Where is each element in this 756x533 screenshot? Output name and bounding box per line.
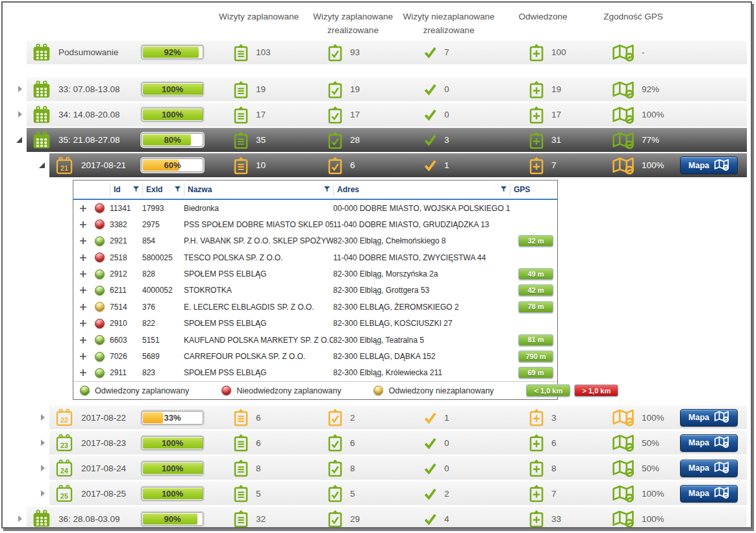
expander-zone[interactable]	[4, 128, 27, 152]
clipboard-plus-icon	[529, 510, 544, 528]
filter-icon[interactable]	[501, 185, 507, 194]
gps-distance-badge: 32 m	[518, 235, 553, 247]
expand-plus-icon[interactable]	[73, 205, 93, 212]
filter-icon[interactable]	[324, 185, 330, 194]
detail-exid: 5800025	[142, 253, 184, 262]
detail-row[interactable]: 2921 854 P.H. VABANK SP. Z O.O. SKLEP SP…	[73, 233, 557, 249]
grid-row[interactable]: 35: 21.08-27.08 80% 35	[4, 128, 747, 152]
grid-row[interactable]: 34: 14.08-20.08 100% 17	[4, 103, 747, 127]
expand-plus-icon[interactable]	[73, 286, 93, 294]
expand-plus-icon[interactable]	[73, 237, 93, 245]
expand-collapsed-icon[interactable]	[41, 440, 45, 446]
detail-row[interactable]: 7514 376 E. LECLERC ELBLAGDIS SP. Z O.O.…	[73, 299, 557, 315]
mapa-button[interactable]: Mapa	[680, 434, 738, 452]
mapa-button[interactable]: Mapa	[680, 156, 738, 174]
report-window: Wizyty zaplanowane Wizyty zaplanowane zr…	[1, 1, 752, 528]
expand-collapsed-icon[interactable]	[18, 515, 22, 522]
filter-icon[interactable]	[133, 185, 139, 194]
grid-row[interactable]: 21 2017-08-21 60%	[4, 153, 747, 177]
mapa-button[interactable]: Mapa	[680, 409, 738, 427]
expander-zone[interactable]	[4, 506, 27, 528]
detail-row[interactable]: 6211 4000052 STOKROTKA 82-300 Elbląg, Gr…	[73, 282, 557, 299]
collapse-expanded-icon[interactable]	[16, 137, 22, 143]
detail-col-id[interactable]: Id	[110, 183, 142, 196]
expand-plus-icon[interactable]	[73, 353, 93, 360]
detail-col-exid[interactable]: ExId	[142, 183, 184, 196]
grid-row[interactable]: 23 2017-08-23 100%	[4, 430, 747, 454]
detail-row[interactable]: 2910 822 SPOŁEM PSS ELBLĄG 82-300 ELBLĄG…	[73, 316, 557, 332]
status-circle-icon	[95, 319, 105, 328]
expand-collapsed-icon[interactable]	[41, 414, 45, 421]
detail-row[interactable]: 6603 5151 KAUFLAND POLSKA MARKETY SP. Z …	[73, 332, 557, 348]
detail-row[interactable]: 2911 823 SPOŁEM PSS ELBLĄG 82-300 Elbląg…	[73, 365, 557, 381]
grid-row[interactable]: Podsumowanie 92% 103	[4, 40, 747, 64]
expander-zone[interactable]	[4, 481, 49, 505]
expander-zone[interactable]	[4, 430, 49, 454]
expand-plus-icon[interactable]	[73, 336, 93, 344]
map-gps-icon	[612, 510, 635, 528]
expander-zone[interactable]	[4, 103, 27, 127]
progress-bar: 100%	[142, 462, 203, 475]
status-circle-icon	[95, 236, 105, 246]
expand-plus-icon[interactable]	[73, 254, 93, 262]
gps-distance-badge: 78 m	[518, 301, 553, 313]
detail-row[interactable]: 11341 17993 Biedronka 00-000 DOBRE MIAST…	[73, 200, 557, 216]
expand-plus-icon[interactable]	[73, 369, 93, 377]
gps-distance-badge: 49 m	[518, 268, 553, 280]
mapa-button[interactable]: Mapa	[680, 460, 738, 477]
clipboard-check-icon	[327, 81, 343, 99]
expander-zone[interactable]	[4, 77, 27, 101]
expand-collapsed-icon[interactable]	[18, 111, 22, 118]
grid-row[interactable]: 25 2017-08-25 100%	[4, 481, 747, 505]
realized-count: 29	[350, 514, 360, 524]
expand-collapsed-icon[interactable]	[18, 86, 22, 92]
unplanned-count: 3	[444, 135, 449, 145]
collapse-expanded-icon[interactable]	[39, 162, 45, 168]
unplanned-count: 1	[444, 160, 449, 170]
grid-row[interactable]: 33: 07.08-13.08 100% 19	[4, 77, 747, 101]
mapa-button[interactable]: Mapa	[680, 485, 738, 502]
rows: Podsumowanie 92% 103	[3, 40, 751, 528]
clipboard-lines-icon	[233, 484, 249, 502]
detail-col-gps[interactable]: GPS	[510, 183, 557, 196]
expand-plus-icon[interactable]	[73, 319, 93, 327]
detail-name: PSS SPOŁEM DOBRE MIASTO SKLEP 05	[184, 220, 333, 229]
expander-zone[interactable]	[4, 153, 49, 177]
expand-plus-icon[interactable]	[73, 270, 93, 278]
expand-collapsed-icon[interactable]	[41, 465, 45, 471]
expand-plus-icon[interactable]	[73, 303, 93, 311]
detail-id: 6211	[110, 286, 142, 295]
status-circle-icon	[95, 368, 105, 378]
clipboard-check-icon	[327, 131, 343, 149]
expander-zone[interactable]	[4, 40, 27, 64]
visited-count: 3	[551, 413, 557, 423]
detail-col-name[interactable]: Nazwa	[184, 183, 333, 196]
detail-name: SPOŁEM PSS ELBLĄG	[184, 269, 333, 279]
detail-row[interactable]: 3382 2975 PSS SPOŁEM DOBRE MIASTO SKLEP …	[73, 216, 557, 232]
grid-row[interactable]: 22 2017-08-22 33%	[4, 405, 747, 429]
planned-count: 10	[256, 160, 266, 170]
detail-row[interactable]: 2912 828 SPOŁEM PSS ELBLĄG 82-300 Elbląg…	[73, 266, 557, 282]
expand-collapsed-icon[interactable]	[41, 490, 45, 497]
map-icon	[714, 410, 729, 425]
expand-plus-icon[interactable]	[73, 221, 93, 229]
detail-row[interactable]: 2518 5800025 TESCO POLSKA SP. Z O.O. 11-…	[73, 249, 557, 266]
expander-zone[interactable]	[4, 456, 49, 480]
status-circle-icon	[95, 302, 105, 312]
clipboard-plus-icon	[529, 131, 544, 149]
grid-row[interactable]: 36: 28.08-03.09 90% 32	[4, 506, 747, 528]
detail-col-address[interactable]: Adres	[333, 183, 510, 196]
svg-text:24: 24	[60, 467, 68, 475]
grid-row[interactable]: 24 2017-08-24 100%	[4, 456, 747, 480]
detail-row[interactable]: 7026 5689 CARREFOUR POLSKA SP. Z O.O. 82…	[73, 348, 557, 364]
detail-name: Biedronka	[184, 204, 333, 213]
planned-count: 35	[256, 135, 266, 145]
visited-count: 31	[551, 135, 561, 145]
expander-zone[interactable]	[4, 405, 49, 429]
visited-count: 7	[551, 160, 557, 170]
progress-bar: 33%	[142, 411, 203, 425]
detail-exid: 376	[142, 303, 184, 312]
visited-count: 100	[551, 47, 566, 57]
filter-icon[interactable]	[175, 185, 181, 194]
svg-text:25: 25	[60, 492, 68, 500]
